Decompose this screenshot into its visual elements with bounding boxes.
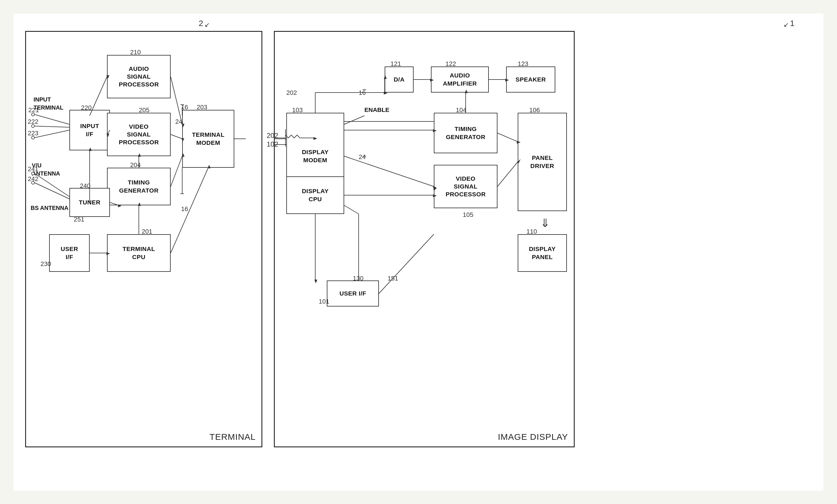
ref-220: 220 (81, 104, 92, 112)
svg-line-17 (171, 168, 208, 253)
diagram-container: TERMINAL INPUTTERMINAL 221 222 223 INPUT… (25, 31, 812, 473)
svg-line-58 (344, 205, 359, 214)
speaker: SPEAKER (506, 67, 555, 92)
timing-generator-d: TIMINGGENERATOR (434, 113, 497, 153)
ref-105: 105 (463, 211, 474, 219)
ref-210: 210 (130, 49, 141, 56)
bs-antenna-label: BS ANTENNA (31, 205, 68, 211)
svg-line-0 (35, 114, 69, 124)
display-box: IMAGE DISPLAY D/A 121 AUDIOAMPLIFIER 122… (274, 31, 575, 447)
svg-line-63 (379, 234, 434, 293)
svg-line-26 (35, 183, 69, 199)
display-panel: DISPLAYPANEL (518, 234, 567, 272)
svg-line-2 (35, 130, 69, 138)
ref-121: 121 (390, 60, 401, 68)
input-if: INPUTI/F (69, 110, 110, 150)
svg-line-47 (497, 133, 518, 142)
ref-101: 101 (319, 298, 330, 305)
ref-202: 202 (267, 131, 278, 140)
terminal-label: TERMINAL (209, 432, 256, 442)
ref-205: 205 (139, 106, 149, 114)
enable-label: ENABLE (364, 106, 389, 113)
audio-signal-processor: AUDIOSIGNALPROCESSOR (107, 55, 171, 98)
ref-106: 106 (529, 106, 540, 114)
audio-amplifier: AUDIOAMPLIFIER (431, 67, 489, 92)
ref-130: 130 (353, 275, 363, 282)
ref-203: 203 (197, 104, 207, 111)
timing-generator-t: TIMINGGENERATOR (107, 168, 171, 205)
user-if-t: USERI/F (49, 234, 90, 272)
arrow-down-110: ⇓ (540, 216, 550, 230)
svg-line-40 (344, 116, 364, 124)
ref-242: 242 (28, 175, 38, 183)
user-if-d: USER I/F (327, 281, 379, 306)
panel-driver: PANELDRIVER (518, 113, 567, 211)
ref-16-t: 16 (181, 104, 188, 111)
ref-151: 151 (388, 275, 398, 282)
ref-1: 1 (790, 19, 795, 28)
svg-line-51 (344, 156, 434, 186)
ref-222: 222 (28, 118, 38, 126)
arrow-1-indicator: ↙ (783, 21, 789, 29)
arrow-2-indicator: ↙ (204, 21, 210, 29)
page: 2 ↙ 1 ↙ TERMINAL INPUTTERMINAL 221 222 2… (14, 14, 823, 491)
tuner-t: TUNER (69, 188, 110, 217)
display-cpu: DISPLAYCPU (286, 176, 344, 214)
svg-line-49 (497, 162, 518, 186)
ref-122: 122 (445, 60, 456, 68)
da: D/A (385, 67, 414, 92)
ref-221: 221 (28, 106, 39, 114)
video-signal-processor-t: VIDEOSIGNALPROCESSOR (107, 113, 171, 156)
video-signal-processor-d: VIDEOSIGNALPROCESSOR (434, 165, 497, 208)
terminal-modem: TERMINALMODEM (182, 110, 234, 168)
svg-line-1 (35, 126, 69, 127)
ref-102: 202 (286, 89, 297, 96)
ref-16-t2: 16 (181, 205, 188, 213)
terminal-cpu: TERMINALCPU (107, 234, 171, 272)
ref-223: 223 (28, 129, 38, 137)
ref-204: 204 (130, 161, 141, 169)
ref-24-t: 24 (175, 118, 182, 126)
ref-103: 103 (292, 106, 303, 114)
ref-16-d: 16 (359, 89, 366, 96)
ref-251: 251 (74, 216, 85, 223)
ref-230: 230 (40, 260, 51, 268)
ref-102: 102 (267, 140, 278, 148)
ref-104: 104 (456, 106, 466, 114)
ref-241: 241 (28, 165, 38, 173)
terminal-box: TERMINAL INPUTTERMINAL 221 222 223 INPUT… (25, 31, 262, 447)
ref-123: 123 (518, 60, 529, 68)
display-label: IMAGE DISPLAY (498, 432, 568, 442)
ref-201: 201 (142, 228, 153, 235)
ref-24-d: 24 (359, 153, 366, 161)
svg-line-7 (171, 77, 182, 124)
ref-110: 110 (527, 228, 537, 235)
ref-240: 240 (80, 182, 90, 190)
svg-marker-56 (314, 280, 317, 283)
svg-line-9 (171, 134, 182, 139)
svg-line-13 (171, 156, 182, 186)
ref-2: 2 (199, 19, 203, 28)
